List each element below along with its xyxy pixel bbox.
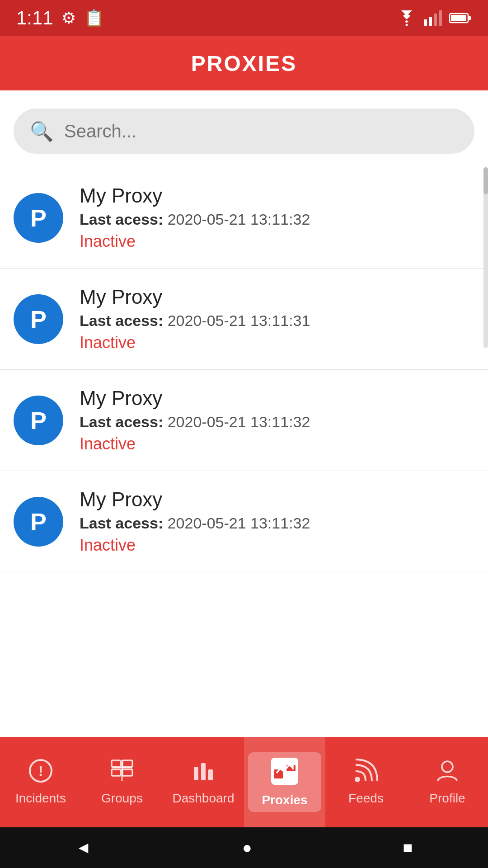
proxy-item-3[interactable]: P My Proxy Last acess: 2020-05-21 13:11:…	[0, 370, 488, 471]
proxy-name: My Proxy	[80, 184, 310, 207]
search-input[interactable]	[64, 121, 458, 142]
wifi-icon	[397, 10, 417, 26]
proxy-avatar-letter: P	[30, 204, 47, 232]
proxy-avatar-letter: P	[30, 305, 47, 333]
proxy-name: My Proxy	[80, 488, 310, 511]
nav-icon-feeds	[354, 759, 378, 787]
status-bar: 1:11 ⚙ 📋	[0, 0, 488, 36]
battery-icon	[449, 12, 472, 24]
nav-label-groups: Groups	[101, 791, 143, 806]
svg-rect-6	[469, 16, 471, 20]
proxy-last-access: Last acess: 2020-05-21 13:11:32	[80, 514, 310, 532]
android-nav-bar: ◄ ● ■	[0, 827, 488, 868]
nav-icon-dashboard	[191, 759, 216, 787]
back-button[interactable]: ◄	[75, 838, 92, 857]
proxy-name: My Proxy	[80, 387, 310, 410]
nav-item-incidents[interactable]: ! Incidents	[0, 737, 81, 827]
nav-label-dashboard: Dashboard	[173, 791, 235, 806]
svg-rect-1	[424, 19, 427, 26]
proxy-avatar-letter: P	[30, 406, 47, 434]
svg-rect-7	[451, 15, 466, 21]
proxy-avatar-letter: P	[30, 508, 47, 536]
signal-icon	[424, 10, 442, 26]
nav-icon-profile	[435, 759, 460, 787]
status-right	[397, 10, 472, 26]
nav-item-dashboard[interactable]: Dashboard	[163, 737, 244, 827]
proxy-item-1[interactable]: P My Proxy Last acess: 2020-05-21 13:11:…	[0, 167, 488, 269]
recent-button[interactable]: ■	[403, 838, 413, 857]
nav-item-groups[interactable]: Groups	[81, 737, 163, 827]
search-bar[interactable]: 🔍	[14, 108, 474, 154]
app-header: PROXIES	[0, 36, 488, 90]
svg-rect-16	[194, 767, 198, 780]
status-time: 1:11	[16, 7, 53, 29]
proxy-name: My Proxy	[80, 286, 310, 308]
proxy-last-access: Last acess: 2020-05-21 13:11:31	[80, 312, 310, 330]
svg-rect-11	[122, 760, 132, 767]
svg-point-0	[406, 24, 408, 26]
svg-point-22	[355, 777, 360, 782]
svg-rect-4	[439, 10, 442, 26]
proxy-avatar: P	[14, 294, 63, 344]
nav-label-profile: Profile	[429, 791, 465, 806]
svg-rect-13	[122, 769, 132, 776]
home-button[interactable]: ●	[242, 838, 252, 857]
proxy-status: Inactive	[80, 333, 310, 352]
bottom-nav: ! Incidents Groups Dashboard	[0, 737, 488, 827]
nav-item-proxies[interactable]: Proxies	[244, 737, 325, 827]
nav-label-proxies: Proxies	[262, 793, 307, 807]
proxy-info: My Proxy Last acess: 2020-05-21 13:11:32…	[80, 184, 310, 251]
status-left: 1:11 ⚙ 📋	[16, 7, 104, 29]
proxy-status: Inactive	[80, 232, 310, 251]
nav-label-incidents: Incidents	[15, 791, 66, 806]
proxy-last-access: Last acess: 2020-05-21 13:11:32	[80, 413, 310, 431]
last-access-label: Last acess:	[80, 312, 163, 329]
nav-active-box: Proxies	[248, 752, 321, 812]
clipboard-icon: 📋	[84, 9, 104, 28]
scroll-indicator[interactable]	[483, 167, 488, 348]
scroll-thumb	[483, 167, 488, 194]
proxy-info: My Proxy Last acess: 2020-05-21 13:11:31…	[80, 286, 310, 352]
proxy-last-access: Last acess: 2020-05-21 13:11:32	[80, 211, 310, 228]
last-access-label: Last acess:	[80, 211, 163, 228]
svg-rect-3	[434, 14, 437, 26]
search-container: 🔍	[0, 90, 488, 167]
nav-icon-proxies	[270, 757, 299, 789]
page-title: PROXIES	[191, 51, 297, 76]
nav-icon-groups	[110, 759, 134, 787]
proxy-avatar: P	[14, 193, 63, 243]
proxy-item-2[interactable]: P My Proxy Last acess: 2020-05-21 13:11:…	[0, 269, 488, 370]
settings-icon: ⚙	[61, 9, 76, 28]
last-access-label: Last acess:	[80, 514, 163, 532]
nav-label-feeds: Feeds	[348, 791, 384, 806]
proxy-avatar: P	[14, 497, 63, 547]
last-access-label: Last acess:	[80, 413, 163, 430]
svg-rect-12	[112, 769, 121, 776]
svg-rect-2	[429, 17, 432, 26]
nav-icon-incidents: !	[28, 759, 53, 787]
nav-item-feeds[interactable]: Feeds	[325, 737, 407, 827]
proxy-info: My Proxy Last acess: 2020-05-21 13:11:32…	[80, 488, 310, 555]
proxy-status: Inactive	[80, 434, 310, 453]
svg-point-23	[442, 761, 453, 772]
proxy-list: P My Proxy Last acess: 2020-05-21 13:11:…	[0, 167, 488, 572]
svg-rect-17	[201, 763, 206, 780]
svg-text:!: !	[38, 763, 43, 779]
proxy-status: Inactive	[80, 536, 310, 555]
proxy-item-4[interactable]: P My Proxy Last acess: 2020-05-21 13:11:…	[0, 471, 488, 572]
svg-rect-10	[112, 760, 121, 767]
svg-rect-18	[208, 769, 213, 780]
nav-item-profile[interactable]: Profile	[407, 737, 488, 827]
search-icon: 🔍	[30, 120, 53, 142]
proxy-avatar: P	[14, 396, 63, 445]
proxy-info: My Proxy Last acess: 2020-05-21 13:11:32…	[80, 387, 310, 453]
